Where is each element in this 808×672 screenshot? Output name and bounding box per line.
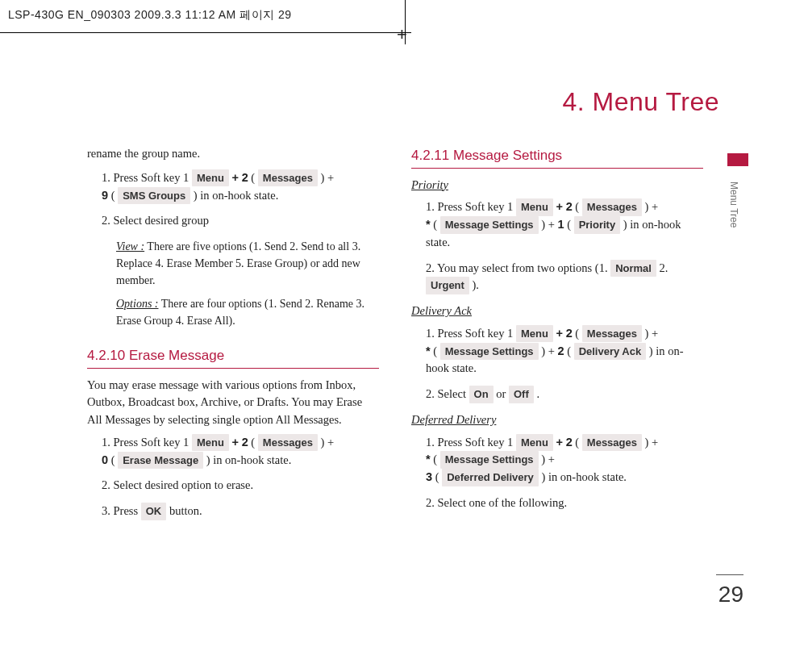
text: ) +: [541, 344, 557, 357]
text: (: [433, 453, 439, 465]
text: button.: [169, 504, 202, 517]
delivery-ack-key: Delivery Ack: [574, 343, 647, 361]
delivery-ack-step-1: 1. Press Soft key 1 Menu + 2 ( Messages …: [426, 325, 703, 378]
text: ) +: [321, 171, 335, 184]
messages-key: Messages: [258, 434, 318, 452]
menu-key: Menu: [516, 434, 553, 452]
options-list: Options : There are four options (1. Sen…: [116, 295, 379, 329]
text: 1. Press Soft key 1: [426, 327, 516, 340]
text: 2.: [660, 261, 668, 274]
menu-key: Menu: [516, 198, 553, 216]
message-settings-key: Message Settings: [440, 451, 539, 469]
side-tab-label: Menu Tree: [728, 182, 739, 227]
menu-key: Menu: [192, 169, 229, 187]
text: 2. You may select from two options (1.: [426, 261, 610, 274]
chapter-title: 4. Menu Tree: [562, 87, 719, 117]
text: ) +: [541, 218, 557, 231]
view-options: View : There are five options (1. Send 2…: [116, 238, 379, 289]
text: 1. Press Soft key 1: [102, 171, 192, 184]
text: (: [251, 436, 257, 449]
menu-key: Menu: [516, 325, 553, 343]
page-number-rule: [716, 574, 743, 575]
digit-2: 2: [242, 436, 248, 449]
section-4-2-10-heading: 4.2.10 Erase Message: [87, 345, 379, 369]
text: ) in on-hook state.: [206, 453, 292, 466]
message-settings-key: Message Settings: [440, 216, 539, 234]
right-column: 4.2.11 Message Settings Priority 1. Pres…: [411, 145, 703, 528]
content-columns: rename the group name. 1. Press Soft key…: [87, 145, 703, 528]
menu-key: Menu: [192, 434, 229, 452]
digit-1: 1: [557, 218, 564, 231]
text: 1. Press Soft key 1: [426, 436, 516, 449]
delivery-ack-subheading: Delivery Ack: [411, 303, 703, 320]
text: (: [435, 470, 442, 483]
plus: +: [232, 171, 242, 184]
left-column: rename the group name. 1. Press Soft key…: [87, 145, 379, 528]
deferred-delivery-key: Deferred Delivery: [442, 469, 539, 486]
text: (: [567, 218, 573, 231]
text: ).: [473, 278, 479, 291]
text: or: [496, 387, 509, 400]
erase-step-2: 2. Select desired option to erase.: [102, 477, 379, 495]
digit-2: 2: [566, 327, 573, 340]
digit-2: 2: [557, 344, 564, 357]
star-key: *: [426, 218, 431, 231]
text: (: [575, 200, 581, 213]
urgent-key: Urgent: [426, 277, 469, 294]
messages-key: Messages: [582, 198, 642, 216]
digit-9: 9: [102, 189, 108, 202]
text: ) +: [645, 327, 659, 340]
page-number: 29: [718, 582, 743, 607]
text: ) +: [321, 436, 335, 449]
erase-step-1: 1. Press Soft key 1 Menu + 2 ( Messages …: [102, 434, 379, 470]
priority-step-1: 1. Press Soft key 1 Menu + 2 ( Messages …: [426, 198, 703, 251]
ok-key: OK: [141, 503, 167, 520]
messages-key: Messages: [582, 325, 642, 343]
crop-mark-icon: +: [397, 24, 407, 45]
view-label: View :: [116, 240, 144, 253]
text: (: [433, 218, 439, 231]
digit-0: 0: [102, 453, 108, 466]
plus: +: [232, 436, 242, 449]
text: ) +: [645, 436, 659, 449]
text: (: [111, 189, 118, 202]
text: 2. Select: [426, 387, 469, 400]
section-4-2-11-heading: 4.2.11 Message Settings: [411, 145, 703, 169]
text: ) in on-hook state.: [541, 470, 627, 483]
digit-2: 2: [566, 436, 573, 449]
view-text: There are five options (1. Send 2. Send …: [116, 240, 360, 286]
deferred-step-2: 2. Select one of the following.: [426, 495, 703, 512]
priority-key: Priority: [574, 216, 621, 234]
sms-groups-key: SMS Groups: [118, 187, 190, 205]
text: ) in on-hook state.: [194, 189, 279, 202]
crop-line-horizontal: [0, 32, 411, 33]
erase-step-3: 3. Press OK button.: [102, 503, 379, 520]
digit-2: 2: [566, 200, 573, 213]
erase-message-key: Erase Message: [118, 452, 203, 470]
digit-3: 3: [426, 470, 432, 483]
erase-intro: You may erase message with various optio…: [87, 377, 379, 429]
rename-intro: rename the group name.: [87, 145, 379, 163]
digit-2: 2: [242, 171, 248, 184]
star-key: *: [426, 453, 431, 465]
text: (: [575, 327, 581, 340]
options-label: Options :: [116, 298, 159, 310]
off-key: Off: [509, 386, 534, 403]
messages-key: Messages: [258, 169, 318, 187]
text: (: [433, 344, 439, 357]
message-settings-key: Message Settings: [440, 343, 539, 361]
rename-step-1: 1. Press Soft key 1 Menu + 2 ( Messages …: [102, 169, 379, 205]
crop-header: LSP-430G EN_090303 2009.3.3 11:12 AM 페이지…: [8, 8, 292, 23]
deferred-step-1: 1. Press Soft key 1 Menu + 2 ( Messages …: [426, 434, 703, 486]
text: (: [251, 171, 257, 184]
text: (: [567, 344, 573, 357]
on-key: On: [469, 386, 494, 403]
text: (: [111, 453, 118, 466]
text: (: [575, 436, 581, 449]
deferred-delivery-subheading: Deferred Delivery: [411, 411, 703, 429]
delivery-ack-step-2: 2. Select On or Off .: [426, 386, 703, 403]
normal-key: Normal: [610, 260, 656, 278]
priority-step-2: 2. You may select from two options (1. N…: [426, 260, 703, 295]
side-accent-bar: [727, 153, 748, 166]
text: 1. Press Soft key 1: [102, 436, 192, 449]
